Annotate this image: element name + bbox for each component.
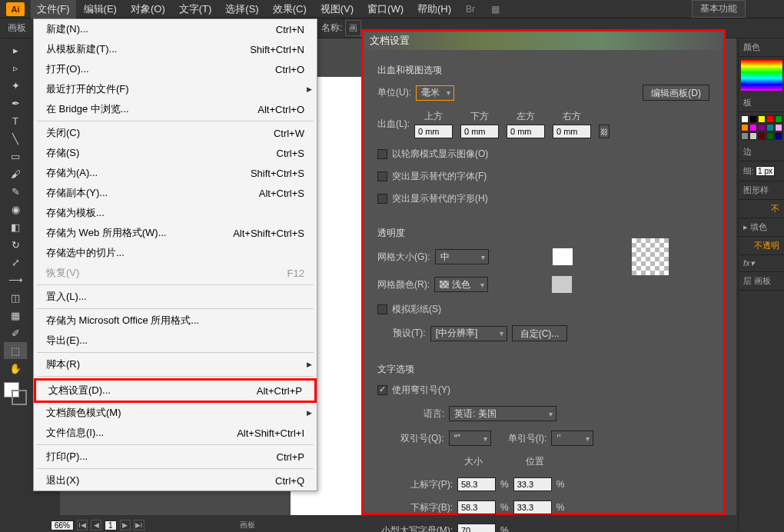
color-swatch[interactable]: [758, 132, 766, 140]
file-menu-item[interactable]: 恢复(V)F12: [34, 263, 317, 283]
next-page-button[interactable]: ▶: [120, 520, 131, 530]
arrange-icon[interactable]: ▦: [486, 2, 504, 17]
highlight-glyphs-checkbox[interactable]: [377, 194, 387, 204]
pencil-tool[interactable]: ✎: [4, 183, 27, 200]
color-swatch[interactable]: [766, 115, 774, 123]
menu-help[interactable]: 帮助(H): [411, 0, 457, 18]
use-quotes-checkbox[interactable]: [377, 385, 387, 395]
grid-white-swatch[interactable]: [552, 248, 573, 266]
prev-page-button[interactable]: ◀: [91, 520, 101, 530]
artboard-tool[interactable]: ⬚: [4, 342, 27, 359]
panel-tab[interactable]: 图形样: [739, 181, 784, 200]
file-menu-item[interactable]: 文件信息(I)...Alt+Shift+Ctrl+I: [34, 423, 317, 443]
rotate-tool[interactable]: ↻: [4, 236, 27, 253]
file-menu-item[interactable]: 存储为 Microsoft Office 所用格式...: [34, 311, 317, 331]
sub-size-input[interactable]: [457, 500, 496, 514]
bleed-left-input[interactable]: [507, 125, 545, 138]
panel-tab[interactable]: 不: [739, 200, 784, 218]
color-swatch[interactable]: [775, 115, 782, 123]
menu-file[interactable]: 文件(F): [31, 0, 76, 18]
file-menu-item[interactable]: 关闭(C)Ctrl+W: [34, 123, 317, 143]
menu-select[interactable]: 选择(S): [219, 0, 264, 18]
color-swatch[interactable]: [775, 124, 782, 131]
swatch-grid[interactable]: [741, 115, 782, 140]
background-swatch[interactable]: [12, 390, 27, 405]
grid-color-dropdown[interactable]: 浅色: [434, 277, 488, 292]
panel-tab[interactable]: ▸ 填色: [739, 218, 784, 237]
file-menu-item[interactable]: 打印(P)...Ctrl+P: [34, 447, 317, 467]
dquote-dropdown[interactable]: “”: [449, 431, 491, 446]
file-menu-item[interactable]: 从模板新建(T)...Shift+Ctrl+N: [34, 39, 317, 59]
color-swatch[interactable]: [766, 132, 774, 140]
file-menu-item[interactable]: 置入(L)...: [34, 287, 317, 307]
file-menu-item[interactable]: 最近打开的文件(F): [34, 79, 317, 99]
sup-size-input[interactable]: [457, 477, 496, 491]
color-swatches[interactable]: [4, 382, 27, 405]
file-menu-item[interactable]: 在 Bridge 中浏览...Alt+Ctrl+O: [34, 99, 317, 119]
name-field[interactable]: 画: [345, 20, 361, 36]
color-swatch[interactable]: [741, 115, 749, 123]
zoom-field[interactable]: 66%: [51, 520, 74, 530]
panel-tab[interactable]: 边: [739, 143, 784, 161]
file-menu-item[interactable]: 导出(E)...: [34, 331, 317, 351]
menu-window[interactable]: 窗口(W): [361, 0, 410, 18]
color-swatch[interactable]: [741, 124, 749, 131]
grid-grey-swatch[interactable]: [551, 275, 573, 294]
file-menu-item[interactable]: 脚本(R): [34, 354, 317, 374]
menu-effect[interactable]: 效果(C): [267, 0, 313, 18]
scale-tool[interactable]: ⤢: [4, 254, 27, 271]
preset-dropdown[interactable]: [中分辨率]: [430, 326, 507, 341]
panel-tab[interactable]: 颜色: [739, 38, 784, 57]
fx-icon[interactable]: fx▾: [739, 255, 784, 272]
page-field[interactable]: 1: [105, 520, 117, 530]
color-swatch[interactable]: [749, 115, 757, 123]
unit-dropdown[interactable]: 毫米: [416, 85, 454, 101]
color-swatch[interactable]: [749, 124, 757, 131]
color-swatch[interactable]: [758, 124, 766, 131]
file-menu-item[interactable]: 存储为(A)...Shift+Ctrl+S: [34, 163, 317, 183]
panel-tab[interactable]: 层 画板: [739, 272, 784, 291]
file-menu-item[interactable]: 退出(X)Ctrl+Q: [34, 470, 317, 490]
file-menu-item[interactable]: 文档颜色模式(M): [34, 403, 317, 423]
pen-tool[interactable]: ✒: [4, 95, 27, 111]
custom-button[interactable]: 自定(C)...: [512, 325, 568, 341]
hand-tool[interactable]: ✋: [4, 360, 27, 377]
panel-tab[interactable]: 不透明: [739, 237, 784, 255]
direct-selection-tool[interactable]: ▹: [4, 59, 27, 76]
menu-object[interactable]: 对象(O): [125, 0, 171, 18]
color-swatch[interactable]: [741, 132, 749, 140]
color-swatch[interactable]: [749, 132, 757, 140]
line-tool[interactable]: ╲: [4, 130, 27, 147]
rectangle-tool[interactable]: ▭: [4, 148, 27, 165]
first-page-button[interactable]: I◀: [77, 520, 88, 530]
sup-pos-input[interactable]: [513, 477, 552, 491]
outline-checkbox[interactable]: [377, 149, 387, 159]
file-menu-item[interactable]: 打开(O)...Ctrl+O: [34, 59, 317, 79]
color-swatch[interactable]: [758, 115, 766, 123]
squote-dropdown[interactable]: ‘’: [551, 431, 593, 446]
last-page-button[interactable]: ▶I: [134, 520, 145, 530]
file-menu-item[interactable]: 存储为模板...: [34, 203, 317, 223]
type-tool[interactable]: T: [4, 112, 27, 129]
smallcap-input[interactable]: [457, 524, 496, 532]
workspace-switcher[interactable]: 基本功能: [692, 0, 746, 18]
link-bleed-icon[interactable]: ⛓: [599, 125, 610, 138]
panel-tab[interactable]: 板: [739, 94, 784, 112]
file-menu-item[interactable]: 新建(N)...Ctrl+N: [34, 19, 317, 39]
sub-pos-input[interactable]: [513, 500, 552, 514]
lang-dropdown[interactable]: 英语: 美国: [449, 406, 556, 421]
free-transform-tool[interactable]: ◫: [4, 289, 27, 306]
file-menu-item[interactable]: 存储选中的切片...: [34, 243, 317, 263]
magic-wand-tool[interactable]: ✦: [4, 77, 27, 94]
simulate-paper-checkbox[interactable]: [377, 304, 387, 314]
file-menu-item[interactable]: 存储(S)Ctrl+S: [34, 143, 317, 163]
color-swatch[interactable]: [766, 124, 774, 131]
edit-artboards-button[interactable]: 编辑画板(D): [643, 85, 709, 101]
bleed-right-input[interactable]: [553, 125, 591, 138]
stroke-width-input[interactable]: 1 px: [756, 166, 775, 176]
blob-tool[interactable]: ◉: [4, 201, 27, 218]
file-menu-item[interactable]: 存储副本(Y)...Alt+Ctrl+S: [34, 183, 317, 203]
bleed-top-input[interactable]: [414, 125, 453, 138]
grid-size-dropdown[interactable]: 中: [435, 249, 489, 264]
brush-tool[interactable]: 🖌: [4, 165, 27, 182]
